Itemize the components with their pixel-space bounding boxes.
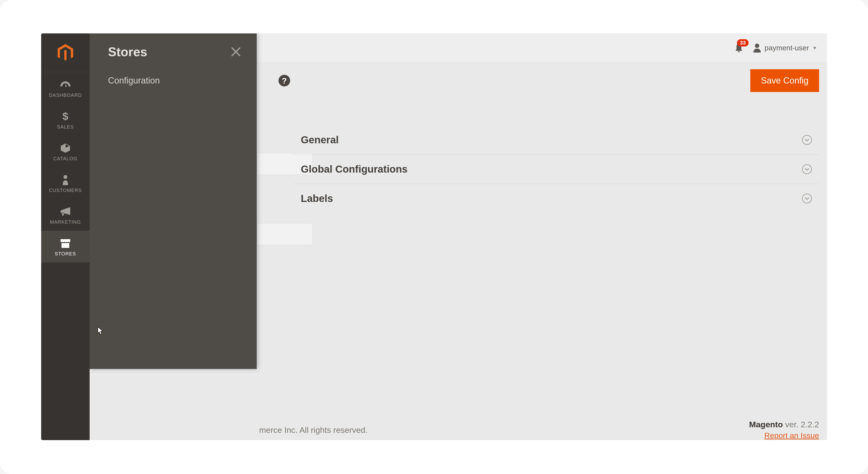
expand-toggle[interactable] [802,164,812,174]
section-label: Global Configurations [301,163,408,175]
stores-flyout-panel: Stores Configuration [90,33,257,369]
megaphone-icon [60,206,71,217]
close-icon [230,46,241,57]
svg-point-0 [63,175,67,179]
sidebar-item-label: STORES [55,251,76,257]
chevron-down-icon [805,167,809,171]
notifications-button[interactable]: 33 [735,42,743,53]
version-text: ver. 2.2.2 [783,420,819,429]
user-menu[interactable]: payment-user ▼ [753,43,817,53]
sidebar-item-label: SALES [57,124,73,130]
sidebar-item-dashboard[interactable]: DASHBOARD [41,72,90,104]
expand-toggle[interactable] [802,135,812,145]
caret-down-icon: ▼ [812,45,817,51]
page-footer: merce Inc. All rights reserved. Magento … [90,420,827,440]
sidebar-item-label: CATALOG [53,156,78,161]
flyout-header: Stores [90,33,257,69]
chevron-down-icon [805,138,809,141]
sidebar-item-label: DASHBOARD [49,93,82,98]
flyout-title: Stores [108,44,147,59]
section-row-labels[interactable]: Labels [293,184,819,213]
section-label: Labels [301,193,333,204]
svg-point-3 [755,43,759,48]
admin-sidebar: DASHBOARD $ SALES CATALOG CUSTOMERS [41,33,90,440]
dollar-icon: $ [62,111,68,122]
chevron-down-icon [805,197,809,200]
section-row-global-configurations[interactable]: Global Configurations [293,155,819,184]
flyout-item-label: Configuration [108,75,160,86]
sidebar-item-label: CUSTOMERS [49,188,82,193]
flyout-item-configuration[interactable]: Configuration [90,69,257,93]
sidebar-item-sales[interactable]: $ SALES [41,104,90,135]
username-label: payment-user [765,44,809,52]
section-label: General [301,134,339,146]
user-icon [753,43,761,53]
expand-toggle[interactable] [802,194,812,203]
sidebar-item-stores[interactable]: STORES [41,231,90,262]
browser-frame: DASHBOARD $ SALES CATALOG CUSTOMERS [0,0,868,474]
magento-logo[interactable] [41,33,90,72]
magento-logo-icon [56,43,75,62]
save-config-button[interactable]: Save Config [750,69,819,92]
footer-right: Magento ver. 2.2.2 Report an Issue [749,420,819,440]
person-icon [62,175,69,185]
copyright-text: merce Inc. All rights reserved. [90,425,368,435]
gauge-icon [59,80,71,90]
help-button[interactable]: ? [279,75,290,87]
sidebar-item-customers[interactable]: CUSTOMERS [41,167,90,199]
notification-count-badge: 33 [737,39,749,46]
section-row-general[interactable]: General [293,125,819,155]
box-icon [60,143,71,154]
store-icon [60,238,71,249]
close-flyout-button[interactable] [228,44,243,59]
sidebar-item-marketing[interactable]: MARKETING [41,199,90,231]
product-name: Magento [749,420,783,429]
sidebar-item-catalog[interactable]: CATALOG [41,135,90,167]
report-issue-link[interactable]: Report an Issue [749,431,819,440]
app-window: DASHBOARD $ SALES CATALOG CUSTOMERS [41,33,827,440]
sidebar-item-label: MARKETING [50,219,81,225]
question-icon: ? [282,76,287,86]
